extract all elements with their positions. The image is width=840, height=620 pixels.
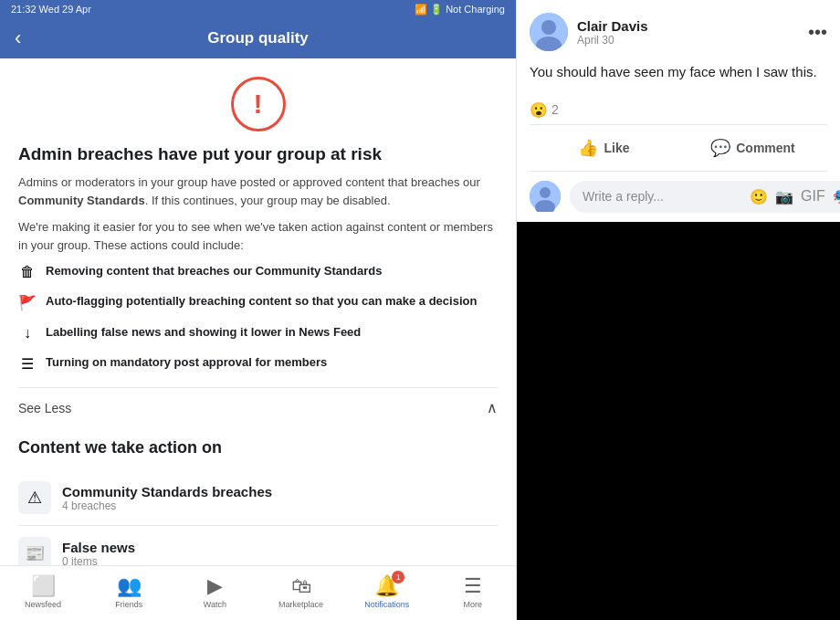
chevron-up-icon: ∧	[487, 399, 498, 416]
content-item-0[interactable]: ⚠ Community Standards breaches 4 breache…	[18, 470, 498, 526]
status-bar: 21:32 Wed 29 Apr 📶 🔋 Not Charging	[0, 0, 516, 18]
tab-watch-label: Watch	[204, 600, 226, 609]
action-item-2: ↓ Labelling false news and showing it lo…	[18, 324, 498, 342]
more-icon: ☰	[464, 574, 482, 598]
trash-icon: 🗑	[18, 264, 37, 280]
tab-watch[interactable]: ▶ Watch	[192, 574, 237, 609]
status-time: 21:32 Wed 29 Apr	[11, 4, 91, 15]
user-details: Clair Davis April 30	[577, 18, 648, 47]
breach-title: Admin breaches have put your group at ri…	[18, 144, 498, 164]
watch-icon: ▶	[207, 574, 223, 598]
right-bottom-space	[517, 222, 840, 621]
sticker-icon[interactable]: 🎭	[833, 188, 840, 205]
avatar	[530, 13, 568, 51]
tab-friends[interactable]: 👥 Friends	[106, 574, 152, 609]
action-text-2: Labelling false news and showing it lowe…	[46, 324, 361, 341]
marketplace-icon: 🛍	[291, 574, 311, 598]
content-item-info-1: False news 0 items	[62, 540, 135, 566]
tab-marketplace[interactable]: 🛍 Marketplace	[278, 574, 324, 609]
action-item-0: 🗑 Removing content that breaches our Com…	[18, 263, 498, 280]
friends-icon: 👥	[117, 574, 142, 598]
post-content: You should have seen my face when I saw …	[517, 58, 840, 96]
gif-icon[interactable]: GIF	[801, 188, 825, 205]
svg-point-4	[540, 187, 551, 198]
post-action-row: 👍 Like 💬 Comment	[517, 125, 840, 171]
tab-marketplace-label: Marketplace	[278, 600, 323, 609]
tab-newsfeed-label: Newsfeed	[25, 600, 61, 609]
newsfeed-icon: ⬜	[31, 574, 56, 598]
user-name: Clair Davis	[577, 18, 648, 34]
desc1-end: . If this continues, your group may be d…	[145, 194, 391, 207]
tab-friends-label: Friends	[115, 600, 142, 609]
reply-input-row: 🙂 📷 GIF 🎭	[517, 172, 840, 222]
post-header: Clair Davis April 30 •••	[517, 0, 840, 58]
content-item-label-1: False news	[62, 540, 135, 555]
action-text-3: Turning on mandatory post approval for m…	[46, 354, 327, 371]
like-icon: 👍	[578, 138, 598, 158]
page-title: Group quality	[207, 29, 309, 47]
reaction-emoji: 😮	[530, 101, 548, 119]
false-news-icon: 📰	[18, 537, 51, 565]
post-date: April 30	[577, 34, 648, 47]
tab-bar: ⬜ Newsfeed 👥 Friends ▶ Watch 🛍 Marketpla…	[0, 565, 516, 620]
warning-circle: !	[231, 77, 286, 131]
warning-exclamation-icon: !	[254, 90, 263, 118]
comment-button[interactable]: 💬 Comment	[678, 129, 827, 167]
back-button[interactable]: ‹	[15, 26, 21, 50]
reply-avatar	[530, 181, 561, 212]
right-panel: Clair Davis April 30 ••• You should have…	[516, 0, 840, 620]
breach-desc-1: Admins or moderators in your group have …	[18, 173, 498, 209]
like-label: Like	[604, 141, 629, 155]
reactions-row: 😮 2	[517, 96, 840, 124]
desc1-text: Admins or moderators in your group have …	[18, 175, 480, 189]
action-text-1: Auto-flagging potentially breaching cont…	[46, 293, 477, 310]
action-item-1: 🚩 Auto-flagging potentially breaching co…	[18, 293, 498, 311]
left-panel: 21:32 Wed 29 Apr 📶 🔋 Not Charging ‹ Grou…	[0, 0, 516, 620]
community-standards-icon: ⚠	[18, 481, 51, 514]
content-section-title: Content we take action on	[18, 438, 498, 457]
action-list: 🗑 Removing content that breaches our Com…	[18, 263, 498, 373]
action-text-0: Removing content that breaches our Commu…	[46, 263, 382, 279]
content-item-sub-0: 4 breaches	[62, 499, 272, 512]
action-item-3: ☰ Turning on mandatory post approval for…	[18, 354, 498, 373]
emoji-icon[interactable]: 🙂	[750, 188, 768, 205]
status-right-icons: 📶 🔋 Not Charging	[415, 4, 505, 16]
comment-icon: 💬	[710, 138, 730, 158]
tab-more[interactable]: ☰ More	[450, 574, 496, 609]
content-area: ! Admin breaches have put your group at …	[0, 58, 516, 565]
tab-notifications-label: Notifications	[364, 600, 409, 609]
see-less-label: See Less	[18, 401, 71, 415]
nav-header: ‹ Group quality	[0, 18, 516, 58]
breach-desc-2: We're making it easier for you to see wh…	[18, 218, 498, 254]
warning-icon-wrapper: !	[18, 77, 498, 131]
content-item-label-0: Community Standards breaches	[62, 484, 272, 499]
notification-badge-wrap: 🔔 1	[374, 574, 399, 598]
tab-notifications[interactable]: 🔔 1 Notifications	[364, 574, 410, 609]
content-item-info-0: Community Standards breaches 4 breaches	[62, 484, 272, 512]
see-less-row[interactable]: See Less ∧	[18, 387, 498, 427]
reply-input[interactable]	[583, 189, 742, 204]
reply-input-wrap: 🙂 📷 GIF 🎭	[570, 181, 840, 213]
reaction-count: 2	[551, 102, 559, 117]
content-item-sub-1: 0 items	[62, 555, 135, 566]
lines-icon: ☰	[18, 355, 37, 373]
tab-newsfeed[interactable]: ⬜ Newsfeed	[20, 574, 66, 609]
down-arrow-icon: ↓	[18, 325, 37, 342]
like-button[interactable]: 👍 Like	[530, 129, 678, 167]
svg-point-1	[541, 20, 556, 35]
desc1-bold: Community Standards	[18, 194, 145, 207]
comment-label: Comment	[736, 141, 795, 155]
flag-icon: 🚩	[18, 294, 37, 311]
camera-icon[interactable]: 📷	[775, 188, 793, 205]
content-item-1[interactable]: 📰 False news 0 items	[18, 526, 498, 565]
post-more-button[interactable]: •••	[808, 22, 827, 43]
tab-more-label: More	[464, 600, 483, 609]
notification-badge: 1	[392, 571, 404, 583]
post-user-info: Clair Davis April 30	[530, 13, 648, 51]
